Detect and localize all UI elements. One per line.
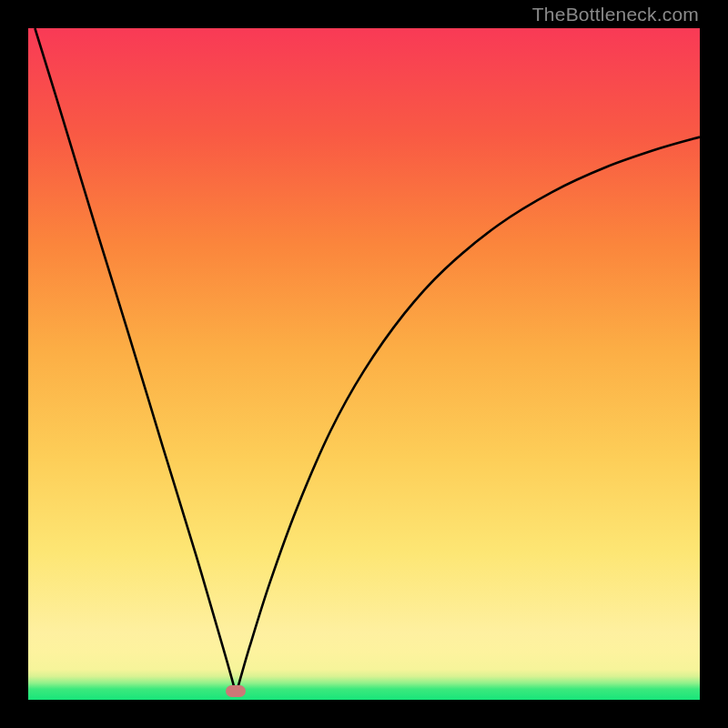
watermark-text: TheBottleneck.com [532,4,699,25]
chart-frame: TheBottleneck.com [0,0,728,728]
plot-area [28,28,700,700]
optimum-marker [226,685,246,697]
bottleneck-curve [28,28,700,700]
